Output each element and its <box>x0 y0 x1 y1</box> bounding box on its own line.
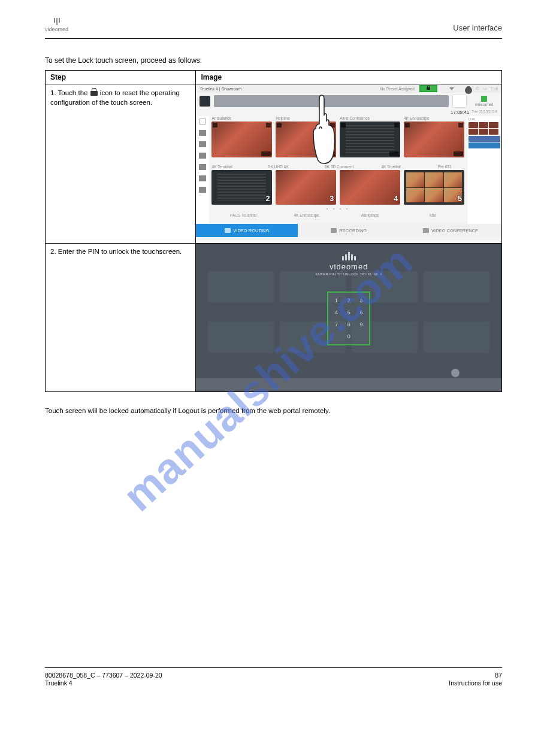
brand-text: videomed <box>45 26 68 32</box>
keypad-key[interactable]: 4 <box>330 306 343 318</box>
step-1-image: Truelink 4 | Showroom No Preset Assigned… <box>196 84 502 244</box>
page-number: 87 <box>495 672 502 679</box>
page-footer: 80028678_058_C – 773607 – 2022-09-20 87 … <box>45 667 502 687</box>
header-rule <box>45 38 502 39</box>
product-name: Truelink 4 <box>45 679 72 687</box>
keypad-key[interactable]: 5 <box>343 306 355 318</box>
right-side-panel: O.R <box>467 116 501 224</box>
thumb-label: 8K 3D Comment <box>325 165 377 169</box>
preset-label[interactable]: 4K Endoscope <box>275 213 338 217</box>
pin-keypad: 1 2 3 4 5 6 7 8 9 <box>327 292 370 345</box>
lock-screen-screenshot: videomed ENTER PIN TO UNLOCK TRUELINK 4 … <box>196 244 501 391</box>
lock-icon <box>90 88 98 96</box>
rail-icon[interactable] <box>199 187 206 193</box>
rail-icon[interactable] <box>199 141 206 147</box>
no-preset-label: No Preset Assigned <box>380 87 415 91</box>
lock-subtitle: ENTER PIN TO UNLOCK TRUELINK 4 <box>196 272 501 276</box>
video-icon[interactable]: ▭ <box>483 86 487 91</box>
video-thumb[interactable] <box>340 122 400 157</box>
keypad-key <box>330 330 343 342</box>
keypad-key[interactable]: 1 <box>330 294 343 306</box>
rail-icon[interactable] <box>199 175 206 181</box>
hint-text: Touch screen will be locked automaticall… <box>45 406 502 416</box>
thumb-label: 5K UHD 4X <box>268 165 321 169</box>
keypad-key[interactable]: 7 <box>330 318 343 330</box>
thumb-label: Pre 631 <box>438 165 464 169</box>
video-thumb[interactable] <box>211 122 272 157</box>
rail-icon[interactable] <box>199 153 206 159</box>
step-1-text: 1. Touch the icon to reset the operating… <box>46 84 196 244</box>
preset-label[interactable]: Idle <box>401 213 464 217</box>
rail-icon[interactable] <box>199 164 206 170</box>
left-icon-rail <box>196 116 209 224</box>
tab-recording[interactable]: RECORDING <box>298 224 400 237</box>
tab-video-routing[interactable]: VIDEO ROUTING <box>196 224 298 237</box>
tab-video-conference[interactable]: VIDEO CONFERENCE <box>400 224 501 237</box>
thumb-label: Ambulance <box>211 116 272 120</box>
col-header-step: Step <box>46 71 196 84</box>
rail-icon[interactable] <box>199 130 206 136</box>
keypad-key[interactable]: 8 <box>343 318 355 330</box>
recording-icon <box>331 228 337 233</box>
video-thumb[interactable] <box>404 122 464 157</box>
lock-button[interactable] <box>419 85 437 92</box>
step-2-image: videomed ENTER PIN TO UNLOCK TRUELINK 4 … <box>196 244 502 392</box>
chevron-down-icon[interactable] <box>449 87 454 90</box>
document-page: videomed User Interface To set the Lock … <box>0 0 535 705</box>
page-header: videomed User Interface <box>45 18 502 32</box>
preset-label[interactable]: Workplace <box>338 213 401 217</box>
clock-time: 17:09:41 <box>451 110 469 115</box>
brand-logo: videomed <box>45 18 68 32</box>
thumb-label: 4K Endoscope <box>404 116 464 120</box>
intro-text: To set the Lock touch screen, proceed as… <box>45 56 502 65</box>
lock-icon <box>427 87 430 90</box>
doc-reference: 80028678_058_C – 773607 – 2022-09-20 <box>45 672 162 679</box>
user-avatar[interactable] <box>452 95 467 108</box>
edit-label[interactable]: Edit <box>491 87 498 91</box>
bottom-tabs: VIDEO ROUTING RECORDING VIDEO CONFERENCE <box>196 224 501 237</box>
keypad-key <box>355 330 368 342</box>
video-routing-screenshot: Truelink 4 | Showroom No Preset Assigned… <box>196 84 501 243</box>
keypad-key[interactable]: 6 <box>355 306 368 318</box>
video-thumb[interactable]: 5 <box>404 170 464 205</box>
keypad-key[interactable]: 0 <box>343 330 355 342</box>
col-header-image: Image <box>196 71 502 84</box>
thumb-label: Aline Conference <box>340 116 400 120</box>
pointing-hand-icon <box>310 93 337 165</box>
keypad-key[interactable]: 3 <box>355 294 368 306</box>
app-title: Truelink 4 | Showroom <box>200 87 241 91</box>
video-thumb[interactable]: 2 <box>211 170 272 205</box>
pagination-dots[interactable]: • • • • <box>211 206 464 211</box>
video-thumb[interactable]: 4 <box>340 170 400 205</box>
phone-icon[interactable]: ✆ <box>476 86 479 91</box>
section-title: User Interface <box>453 23 502 32</box>
person-icon[interactable] <box>466 86 471 91</box>
keypad-key[interactable]: 9 <box>355 318 368 330</box>
routing-icon <box>225 228 231 233</box>
thumb-label: 4K Truelink <box>381 165 434 169</box>
video-thumb[interactable]: 3 <box>276 170 336 205</box>
lock-brand-logo: videomed <box>196 262 501 271</box>
rail-icon[interactable] <box>199 119 206 125</box>
steps-table: Step Image 1. Touch the icon to reset th… <box>45 70 502 392</box>
step-2-text: 2. Enter the PIN to unlock the touchscre… <box>46 244 196 392</box>
conference-icon <box>423 228 429 233</box>
manual-type: Instructions for use <box>449 679 502 687</box>
keypad-key[interactable]: 2 <box>343 294 355 306</box>
thumb-label: 4K Terminal <box>211 165 264 169</box>
brand-badge: videomed <box>470 96 498 107</box>
clock-date: Tue 05/10/2019 <box>471 110 497 115</box>
preset-label[interactable]: PACS Touchlist <box>211 213 274 217</box>
menu-icon[interactable] <box>200 96 210 107</box>
